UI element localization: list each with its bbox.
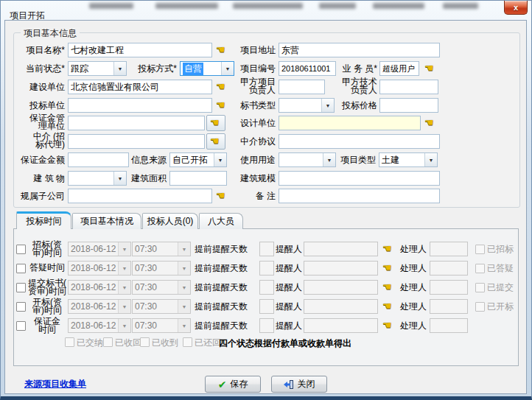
- project-name-input[interactable]: [68, 43, 212, 57]
- subsidiary-input[interactable]: [68, 189, 212, 203]
- project-address-input[interactable]: [279, 43, 440, 57]
- date-value: 2018-06-12: [69, 242, 118, 256]
- row-label: 招标(资 审)时间: [27, 241, 68, 257]
- tab-bid-time[interactable]: 投标时间: [16, 211, 71, 229]
- date-picker[interactable]: 2018-06-12 ▼: [68, 242, 131, 256]
- lookup-hand-icon[interactable]: ☚: [216, 99, 228, 111]
- lookup-hand-icon[interactable]: ☚: [216, 81, 228, 93]
- reminder-input[interactable]: [304, 299, 378, 314]
- remind-days-input[interactable]: [259, 261, 274, 276]
- lookup-hand-icon[interactable]: ☚: [382, 243, 394, 255]
- building-combobox[interactable]: ▼: [68, 171, 127, 186]
- status-label: 已答疑: [487, 264, 519, 273]
- bid-open-time-checkbox[interactable]: [16, 245, 26, 254]
- project-type-value: 土建: [379, 153, 424, 166]
- chevron-down-icon: ▼: [118, 319, 130, 332]
- lookup-hand-icon[interactable]: ☚: [216, 44, 228, 56]
- save-button[interactable]: ✔ 保存: [205, 376, 261, 393]
- deposit-mgmt-lookup-button[interactable]: ☚: [206, 115, 225, 131]
- design-unit-label: 设计单位: [240, 119, 276, 128]
- party-a-pm-input[interactable]: [279, 80, 325, 94]
- date-picker[interactable]: 2018-06-12 ▼: [68, 280, 131, 295]
- project-type-label: 项目类型: [340, 155, 376, 165]
- remind-days-input[interactable]: [259, 242, 274, 256]
- remind-days-label: 提前提醒天数: [195, 245, 253, 254]
- open-bid-time-checkbox[interactable]: [16, 302, 26, 312]
- tab-bid-staff[interactable]: 投标人员(0): [142, 213, 198, 229]
- lookup-hand-icon[interactable]: ☚: [382, 281, 394, 293]
- handler-input[interactable]: [430, 242, 468, 256]
- date-picker[interactable]: 2018-06-12 ▼: [68, 299, 131, 314]
- qa-time-checkbox[interactable]: [16, 264, 26, 273]
- handler-input[interactable]: [430, 299, 468, 314]
- lookup-hand-icon[interactable]: ☚: [424, 63, 436, 74]
- deposit-amount-input[interactable]: [68, 152, 129, 167]
- reminder-input[interactable]: [304, 261, 378, 276]
- row-label: 开标(资 审)时间: [27, 298, 68, 315]
- handler-input[interactable]: [430, 261, 468, 276]
- time-value: 07:30: [133, 319, 178, 332]
- chevron-down-icon: ▼: [118, 300, 130, 313]
- info-source-combobox[interactable]: 自己开拓 ▼: [169, 152, 227, 167]
- remind-days-input[interactable]: [259, 280, 274, 295]
- agency-input[interactable]: [68, 134, 205, 149]
- time-picker[interactable]: 07:30 ▼: [132, 280, 191, 295]
- time-picker[interactable]: 07:30 ▼: [132, 299, 191, 314]
- lookup-hand-icon[interactable]: ☚: [382, 262, 394, 274]
- construction-unit-input[interactable]: [68, 80, 212, 94]
- current-status-combobox[interactable]: 跟踪 ▼: [68, 61, 127, 76]
- close-window-button[interactable]: x: [504, 1, 528, 15]
- row-label: 答疑时间: [27, 264, 68, 272]
- salesman-input[interactable]: [379, 61, 419, 76]
- tab-label: 八大员: [208, 215, 234, 228]
- handler-input[interactable]: [430, 280, 468, 295]
- date-picker[interactable]: 2018-06-12 ▼: [68, 318, 131, 333]
- reminder-input[interactable]: [304, 280, 378, 295]
- bid-price-input[interactable]: [379, 98, 438, 113]
- deposit-mgmt-unit-input[interactable]: [68, 116, 205, 130]
- time-picker[interactable]: 07:30 ▼: [132, 242, 191, 256]
- usage-combobox[interactable]: ▼: [279, 152, 336, 167]
- reminder-input[interactable]: [304, 242, 378, 256]
- time-picker[interactable]: 07:30 ▼: [132, 318, 191, 333]
- building-area-input[interactable]: [169, 171, 227, 186]
- remind-days-input[interactable]: [259, 318, 274, 333]
- handler-input[interactable]: [430, 318, 468, 333]
- remind-days-input[interactable]: [259, 299, 274, 314]
- remark-input[interactable]: [279, 189, 440, 203]
- source-collection-link[interactable]: 来源项目收集单: [24, 378, 86, 390]
- reminder-label: 提醒人: [276, 245, 304, 254]
- project-no-input[interactable]: [279, 61, 336, 76]
- save-button-label: 保存: [230, 378, 248, 390]
- agency-lookup-button[interactable]: ☚: [206, 133, 225, 150]
- lookup-hand-icon[interactable]: ☚: [382, 301, 394, 312]
- tab-eight-roles[interactable]: 八大员: [199, 213, 243, 229]
- usage-label: 使用用途: [240, 155, 276, 165]
- deposit-time-checkbox[interactable]: [16, 321, 26, 331]
- tab-project-basic[interactable]: 项目基本情况: [72, 213, 141, 229]
- agency-agreement-input[interactable]: [279, 134, 440, 149]
- building-scale-input[interactable]: [279, 171, 440, 186]
- submit-bid-doc-time-checkbox[interactable]: [16, 283, 26, 292]
- date-picker[interactable]: 2018-06-12 ▼: [68, 261, 131, 276]
- reminder-input[interactable]: [304, 318, 378, 333]
- bid-unit-input[interactable]: [68, 98, 212, 113]
- time-picker[interactable]: 07:30 ▼: [132, 261, 191, 276]
- design-unit-input[interactable]: [279, 116, 421, 130]
- lookup-hand-icon[interactable]: ☚: [424, 117, 436, 129]
- deposit-check-label: 已交纳: [77, 338, 106, 348]
- remind-days-label: 提前提醒天数: [195, 321, 253, 331]
- bid-doc-type-combobox[interactable]: ▼: [279, 98, 335, 113]
- party-a-tech-input[interactable]: [379, 80, 438, 94]
- tab-label: 投标时间: [27, 215, 62, 228]
- info-source-value: 自己开拓: [170, 153, 214, 166]
- status-done-checkbox: [475, 264, 485, 273]
- lookup-hand-icon[interactable]: ☚: [382, 320, 394, 331]
- chevron-down-icon: ▼: [113, 172, 126, 185]
- close-button[interactable]: 关闭: [271, 376, 327, 393]
- chevron-down-icon: ▼: [178, 319, 190, 332]
- lookup-hand-icon[interactable]: ☚: [216, 190, 228, 202]
- bid-method-combobox[interactable]: 自营 ▼: [180, 61, 234, 76]
- project-type-combobox[interactable]: 土建 ▼: [379, 152, 438, 167]
- chevron-down-icon: ▼: [221, 62, 234, 75]
